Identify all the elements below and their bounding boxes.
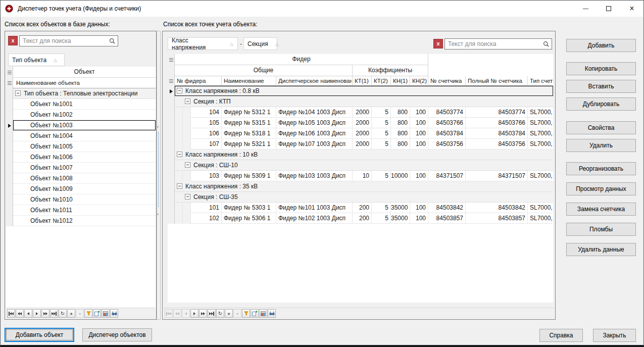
collapse-icon[interactable] (185, 194, 190, 200)
paste-button[interactable]: Вставить (566, 80, 636, 93)
band-common[interactable]: Общие (175, 65, 353, 76)
collapse-icon[interactable] (185, 162, 190, 168)
view-data-button[interactable]: Просмотр данных (566, 182, 636, 195)
add-record-button[interactable]: * (67, 309, 75, 318)
object-row[interactable]: Объект №1009 (6, 184, 156, 194)
prior-page-button[interactable] (16, 309, 24, 318)
column-header-meter-no[interactable]: № счетчика (428, 76, 466, 86)
close-button[interactable]: × (620, 1, 643, 17)
column-header-feeder-no[interactable]: № фидера (175, 76, 222, 86)
refresh-button[interactable]: ↻ (59, 309, 67, 318)
group-row[interactable]: Класс напряжения : 35 кВ (168, 181, 553, 192)
last-record-button[interactable] (208, 309, 216, 318)
rows-indicator-icon (8, 81, 12, 85)
object-row-selected[interactable]: Объект №1003 (6, 120, 156, 131)
column-header-full-meter-no[interactable]: Полный № счетчика (466, 76, 528, 86)
collapse-icon[interactable] (15, 90, 21, 96)
collapse-icon[interactable] (177, 88, 182, 93)
rows-indicator-icon (169, 79, 173, 83)
band-object[interactable]: Объект (13, 67, 156, 78)
export-button[interactable] (93, 309, 101, 318)
copy-button[interactable]: Копировать (566, 62, 636, 75)
object-row[interactable]: Объект №1006 (6, 152, 156, 163)
object-row[interactable]: Объект №1012 (6, 216, 156, 226)
customize-layout-button[interactable] (102, 309, 110, 318)
filter-button[interactable] (84, 309, 92, 318)
minimize-button[interactable] (574, 1, 597, 17)
collapse-icon[interactable] (177, 183, 182, 189)
group-row[interactable]: Класс напряжения : 10 кВ (168, 150, 553, 160)
properties-button[interactable]: Свойства (566, 121, 636, 134)
section-row[interactable]: Секция : КТП (168, 96, 553, 107)
next-page-button[interactable] (199, 309, 207, 318)
band-coefficients[interactable]: Коэффициенты (353, 65, 428, 76)
help-button[interactable]: Справка (539, 329, 583, 342)
group-by-label: Секция (247, 40, 268, 47)
table-row[interactable]: 101Фидер № 5303 1Фидер №101 1003 Дисп200… (168, 203, 553, 213)
group-row[interactable]: Тип объекта : Тепловые электростанции (6, 88, 156, 99)
table-row[interactable]: 102Фидер № 5306 1Фидер №102 1003 Дисп200… (168, 213, 553, 224)
object-row[interactable]: Объект №1005 (6, 141, 156, 152)
add-object-button[interactable]: Добавить объект (5, 328, 74, 342)
add-button[interactable]: Добавить (566, 39, 636, 52)
delete-data-button[interactable]: Удалить данные (566, 243, 636, 256)
column-header-dispatch-name[interactable]: Диспетчерское наименование (276, 76, 353, 86)
group-row[interactable]: Класс напряжения : 0.8 кВ (168, 86, 553, 96)
group-by-voltage-class[interactable]: Класс напряжения △ (168, 37, 238, 50)
first-record-button[interactable] (7, 309, 15, 318)
object-manager-button[interactable]: Диспетчер объектов (82, 328, 152, 341)
delete-button[interactable]: Удалить (566, 139, 636, 152)
duplicate-button[interactable]: Дублировать (566, 97, 636, 111)
collapse-left-icon[interactable]: ‹ (157, 212, 160, 216)
refresh-button[interactable]: ↻ (216, 309, 224, 318)
column-header-kt2[interactable]: КТ(2) (372, 76, 391, 86)
column-header-kn2[interactable]: КН(2) (410, 76, 428, 86)
next-page-button[interactable] (41, 309, 49, 318)
group-by-object-type[interactable]: Тип объекта △ (8, 54, 65, 66)
object-row[interactable]: Объект №1002 (6, 110, 156, 120)
table-row[interactable]: 106Фидер № 5318 1Фидер №106 1003 Дисп200… (168, 128, 553, 139)
filter-button[interactable] (242, 309, 250, 318)
group-by-section[interactable]: Секция △ (243, 37, 277, 50)
next-record-button[interactable] (33, 309, 41, 318)
section-row[interactable]: Секция : СШ-10 (168, 160, 553, 171)
collapse-icon[interactable] (185, 98, 190, 104)
column-header-kt1[interactable]: КТ(1) (353, 76, 372, 86)
table-row[interactable]: 105Фидер № 5315 1Фидер №105 1003 Дисп200… (168, 118, 553, 128)
replace-meter-button[interactable]: Замена счетчика (566, 203, 636, 216)
search-input[interactable] (19, 35, 118, 46)
maximize-button[interactable] (597, 1, 620, 17)
next-record-button[interactable] (190, 309, 199, 318)
search-input[interactable] (444, 38, 552, 49)
customize-layout-button[interactable] (259, 309, 267, 318)
close-dialog-button[interactable]: Закрыть (593, 329, 636, 342)
object-row[interactable]: Объект №1010 (6, 194, 156, 205)
collapse-icon[interactable] (177, 152, 182, 157)
add-record-button[interactable]: * (225, 309, 233, 318)
object-row[interactable]: Объект №1011 (6, 205, 156, 216)
find-button[interactable] (268, 309, 276, 318)
panel-splitter[interactable]: ‹ ‹ (157, 31, 161, 320)
clear-search-button[interactable]: x (8, 36, 18, 45)
seals-button[interactable]: Пломбы (566, 223, 636, 236)
last-record-button[interactable] (50, 309, 58, 318)
band-feeder[interactable]: Фидер (175, 54, 428, 65)
table-row[interactable]: 107Фидер № 5321 1Фидер №107 1003 Дисп200… (168, 139, 553, 150)
table-row[interactable]: 103Фидер № 5309 1Фидер №103 1003 Дисп105… (168, 171, 553, 181)
column-header-object-name[interactable]: Наименование объекта (13, 78, 156, 88)
column-header-meter-type[interactable]: Тип счетчика (528, 76, 553, 86)
table-row[interactable]: 104Фидер № 5312 1Фидер №104 1003 Дисп200… (168, 107, 553, 118)
collapse-left-icon[interactable]: ‹ (157, 125, 160, 129)
column-header-name[interactable]: Наименование (222, 76, 276, 86)
section-row[interactable]: Секция : СШ-35 (168, 192, 553, 203)
reorganize-button[interactable]: Реорганизовать (566, 162, 636, 175)
object-row[interactable]: Объект №1001 (6, 99, 156, 110)
object-row[interactable]: Объект №1007 (6, 163, 156, 173)
column-header-kn1[interactable]: КН(1) (391, 76, 410, 86)
object-row[interactable]: Объект №1008 (6, 173, 156, 184)
prior-record-button[interactable] (24, 309, 32, 318)
find-button[interactable] (110, 309, 118, 318)
export-button[interactable] (251, 309, 259, 318)
object-row[interactable]: Объект №1004 (6, 131, 156, 141)
clear-search-button[interactable]: x (433, 39, 443, 48)
